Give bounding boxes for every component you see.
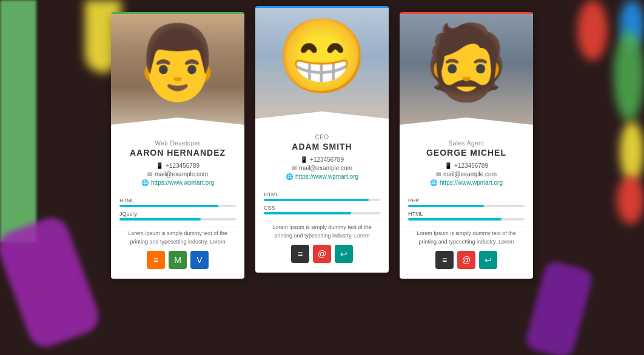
social-btn-vimeo-aaron[interactable]: V xyxy=(190,251,209,269)
social-btn-email-adam[interactable]: @ xyxy=(313,245,331,263)
website-aaron: 🌐 https://www.wpmart.org xyxy=(119,179,236,186)
website-adam: 🌐 https://www.wpmart.org xyxy=(264,173,380,180)
social-btn-share-adam[interactable]: ↩ xyxy=(335,245,353,263)
card-body-adam: CEO ADAM SMITH 📱 +123456789 ✉ mail@examp… xyxy=(255,129,389,187)
splash-purple xyxy=(0,213,104,352)
globe-icon-aaron: 🌐 xyxy=(141,179,149,186)
phone-icon-aaron: 📱 xyxy=(156,162,163,169)
skill-bar-php-george xyxy=(408,205,484,207)
skill-bar-html-aaron xyxy=(119,205,218,207)
splash-green-left xyxy=(0,0,36,242)
skill-html-aaron: HTML xyxy=(119,197,236,207)
email-icon-aaron: ✉ xyxy=(147,171,152,178)
social-adam: ≡ @ ↩ xyxy=(255,245,389,263)
phone-george: 📱 +123456789 xyxy=(408,162,525,169)
skill-bar-html-george xyxy=(408,218,501,221)
splash-yellow-right xyxy=(620,121,644,182)
social-aaron: ≡ M V xyxy=(111,251,244,269)
photo-george xyxy=(400,14,533,135)
card-body-aaron: Web Developer AARON HERNANDEZ 📱 +1234567… xyxy=(111,135,244,193)
email-george: ✉ mail@example.com xyxy=(408,171,525,178)
role-adam: CEO xyxy=(264,134,380,141)
email-aaron: ✉ mail@example.com xyxy=(119,171,236,178)
phone-icon-adam: 📱 xyxy=(300,156,307,163)
name-adam: ADAM SMITH xyxy=(264,142,380,151)
name-george: GEORGE MICHEL xyxy=(408,148,525,158)
globe-icon-adam: 🌐 xyxy=(286,173,293,180)
skill-php-george: PHP xyxy=(408,197,525,207)
social-btn-menu-adam[interactable]: ≡ xyxy=(291,245,309,263)
card-aaron: Web Developer AARON HERNANDEZ 📱 +1234567… xyxy=(111,12,244,279)
desc-aaron: Lorem Ipsum is simply dummy text of the … xyxy=(111,227,244,251)
skill-bar-css-adam xyxy=(264,212,351,214)
social-btn-share-george[interactable]: ↩ xyxy=(479,251,497,269)
splash-purple2 xyxy=(524,259,594,355)
phone-aaron: 📱 +123456789 xyxy=(119,162,236,169)
skills-aaron: HTML JQuery xyxy=(111,193,244,227)
social-btn-medium-aaron[interactable]: M xyxy=(169,251,187,269)
skill-jquery-aaron: JQuery xyxy=(119,211,236,221)
desc-adam: Lorem Ipsum is simply dummy text of the … xyxy=(255,221,389,245)
skills-george: PHP HTML xyxy=(400,193,533,227)
social-george: ≡ @ ↩ xyxy=(400,251,533,269)
social-btn-email-george[interactable]: @ xyxy=(457,251,475,269)
globe-icon-george: 🌐 xyxy=(430,179,437,186)
phone-adam: 📱 +123456789 xyxy=(264,156,380,163)
splash-red xyxy=(577,0,608,61)
skills-adam: HTML CSS xyxy=(255,187,389,221)
website-george: 🌐 https://www.wpmart.org xyxy=(408,179,525,186)
email-icon-george: ✉ xyxy=(436,171,441,178)
desc-george: Lorem Ipsum is simply dummy text of the … xyxy=(400,227,533,251)
card-adam: CEO ADAM SMITH 📱 +123456789 ✉ mail@examp… xyxy=(255,6,389,273)
splash-red-right xyxy=(617,176,644,224)
splash-green-right xyxy=(614,30,644,121)
email-adam: ✉ mail@example.com xyxy=(264,165,380,171)
role-aaron: Web Developer xyxy=(119,140,236,147)
photo-adam xyxy=(255,8,389,129)
social-btn-menu-aaron[interactable]: ≡ xyxy=(147,251,165,269)
social-btn-menu-george[interactable]: ≡ xyxy=(435,251,454,269)
skill-bar-html-adam xyxy=(264,199,369,201)
skill-css-adam: CSS xyxy=(264,205,380,214)
name-aaron: AARON HERNANDEZ xyxy=(119,148,236,158)
card-body-george: Sales Agent GEORGE MICHEL 📱 +123456789 ✉… xyxy=(400,135,533,193)
role-george: Sales Agent xyxy=(408,140,525,147)
skill-html-george: HTML xyxy=(408,211,525,221)
skill-bar-jquery-aaron xyxy=(119,218,201,221)
photo-aaron xyxy=(111,14,244,135)
skill-html-adam: HTML xyxy=(264,191,380,201)
cards-container: Web Developer AARON HERNANDEZ 📱 +1234567… xyxy=(111,12,533,279)
card-george: Sales Agent GEORGE MICHEL 📱 +123456789 ✉… xyxy=(400,12,533,279)
email-icon-adam: ✉ xyxy=(292,165,297,171)
phone-icon-george: 📱 xyxy=(444,162,452,169)
